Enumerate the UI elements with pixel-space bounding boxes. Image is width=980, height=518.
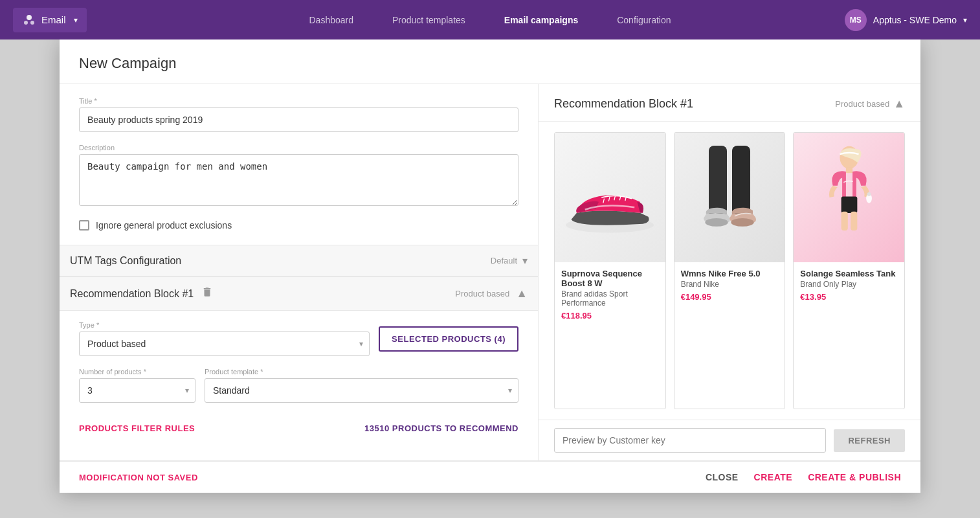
brand-dropdown-icon: ▾ [74, 16, 78, 25]
svg-rect-9 [709, 146, 727, 218]
svg-rect-16 [841, 212, 847, 231]
type-select-wrapper: Product based ▾ [79, 332, 370, 356]
svg-point-2 [30, 21, 34, 25]
products-grid: Suprnova Sequence Boost 8 W Brand adidas… [539, 122, 920, 420]
product-name-1: Suprnova Sequence Boost 8 W [561, 269, 659, 288]
ignore-exclusions-checkbox[interactable] [79, 220, 89, 231]
svg-rect-14 [846, 167, 852, 173]
description-form-group: Description Beauty campaign for men and … [79, 144, 518, 208]
svg-point-1 [24, 21, 28, 25]
modification-warning: MODIFICATION NOT SAVED [79, 473, 198, 482]
product-info-2: Wmns Nike Free 5.0 Brand Nike €149.95 [674, 262, 785, 310]
right-panel-meta-group: Product based ▲ [835, 97, 905, 111]
brand-label: Email [41, 14, 66, 25]
product-price-2: €149.95 [681, 292, 779, 302]
utm-section: UTM Tags Configuration Default ▾ [60, 245, 538, 276]
preview-customer-key-input[interactable] [554, 428, 826, 453]
modal-body: Title * Description Beauty campaign for … [60, 84, 920, 460]
product-brand-2: Brand Nike [681, 280, 779, 289]
right-panel-meta: Product based [835, 99, 889, 109]
product-image-1 [555, 133, 665, 262]
block-chevron-icon[interactable]: ▲ [516, 287, 528, 300]
selected-products-button[interactable]: SELECTED PRODUCTS (4) [379, 326, 518, 352]
utm-title: UTM Tags Configuration [70, 255, 181, 267]
product-card-2: Wmns Nike Free 5.0 Brand Nike €149.95 [674, 132, 786, 409]
num-products-label: Number of products * [79, 368, 195, 376]
description-textarea[interactable]: Beauty campaign for men and women [79, 154, 518, 206]
product-brand-1: Brand adidas Sport Performance [561, 289, 659, 308]
product-image-2 [674, 133, 785, 262]
product-info-3: Solange Seamless Tank Brand Only Play €1… [794, 262, 904, 310]
product-template-select[interactable]: Standard [205, 378, 518, 403]
product-brand-3: Brand Only Play [800, 280, 898, 289]
close-button[interactable]: CLOSE [706, 472, 739, 482]
block-right: Product based ▲ [455, 287, 528, 300]
brand-button[interactable]: Email ▾ [13, 8, 87, 32]
footer-actions: CLOSE CREATE CREATE & PUBLISH [706, 472, 901, 482]
nav-link-email-campaigns[interactable]: Email campaigns [504, 15, 578, 25]
type-field-group: Type * Product based ▾ [79, 321, 370, 356]
block-title: Recommendation Block #1 [70, 288, 194, 300]
product-card-3: Solange Seamless Tank Brand Only Play €1… [793, 132, 905, 409]
filter-rules-link[interactable]: PRODUCTS FILTER RULES [79, 423, 195, 433]
utm-chevron-icon[interactable]: ▾ [522, 254, 528, 267]
selected-products-group: SELECTED PRODUCTS (4) [379, 326, 518, 352]
checkbox-row: Ignore general product exclusions [79, 220, 518, 231]
svg-point-12 [731, 218, 753, 227]
description-label: Description [79, 144, 518, 152]
refresh-button[interactable]: REFRESH [834, 429, 905, 452]
modal-footer: MODIFICATION NOT SAVED CLOSE CREATE CREA… [60, 460, 920, 493]
svg-rect-17 [851, 212, 857, 231]
create-publish-button[interactable]: CREATE & PUBLISH [808, 472, 901, 482]
utm-right: Default ▾ [491, 254, 528, 267]
svg-point-11 [705, 218, 728, 227]
nav-link-product-templates[interactable]: Product templates [392, 15, 465, 25]
product-info-1: Suprnova Sequence Boost 8 W Brand adidas… [555, 262, 665, 328]
avatar: MS [845, 9, 867, 31]
type-row: Type * Product based ▾ SELECTED PRODUCTS… [79, 321, 518, 356]
nav-links: Dashboard Product templates Email campai… [309, 15, 671, 25]
left-panel: Title * Description Beauty campaign for … [60, 84, 539, 460]
right-panel-chevron-icon[interactable]: ▲ [893, 97, 905, 111]
nav-user[interactable]: MS Apptus - SWE Demo ▾ [845, 9, 967, 31]
num-products-field-group: Number of products * 3 5 10 ▾ [79, 368, 195, 403]
modal-header: New Campaign [60, 39, 920, 84]
type-select[interactable]: Product based [79, 332, 370, 356]
delete-block-icon[interactable] [201, 286, 213, 301]
title-form-group: Title * [79, 97, 518, 132]
products-count: 13510 PRODUCTS TO RECOMMEND [364, 423, 518, 433]
title-label: Title * [79, 97, 518, 105]
product-price-1: €118.95 [561, 311, 659, 321]
modal-title: New Campaign [79, 55, 901, 72]
svg-rect-10 [732, 146, 750, 218]
preview-footer: REFRESH [539, 420, 920, 460]
right-panel: Recommendation Block #1 Product based ▲ [539, 84, 920, 460]
product-name-2: Wmns Nike Free 5.0 [681, 269, 779, 278]
right-panel-header: Recommendation Block #1 Product based ▲ [539, 84, 920, 122]
checkbox-label: Ignore general product exclusions [96, 220, 232, 231]
svg-rect-15 [841, 197, 857, 213]
nav-link-dashboard[interactable]: Dashboard [309, 15, 353, 25]
background: New Campaign Title * Description Beauty … [0, 39, 980, 518]
block-title-group: Recommendation Block #1 [70, 286, 213, 301]
block-content: Type * Product based ▾ SELECTED PRODUCTS… [79, 311, 518, 447]
modal-dialog: New Campaign Title * Description Beauty … [60, 39, 920, 493]
product-template-label: Product template * [205, 368, 518, 376]
num-products-select-wrapper: 3 5 10 ▾ [79, 378, 195, 403]
user-dropdown-icon: ▾ [963, 16, 967, 25]
type-label: Type * [79, 321, 370, 329]
block-header: Recommendation Block #1 Product based ▲ [60, 276, 538, 311]
nav-link-configuration[interactable]: Configuration [617, 15, 671, 25]
num-products-select[interactable]: 3 5 10 [79, 378, 195, 403]
create-button[interactable]: CREATE [754, 472, 793, 482]
svg-point-0 [27, 15, 32, 20]
title-input[interactable] [79, 107, 518, 132]
product-name-3: Solange Seamless Tank [800, 269, 898, 278]
fields-row: Number of products * 3 5 10 ▾ [79, 368, 518, 403]
svg-point-19 [867, 192, 871, 196]
navbar: Email ▾ Dashboard Product templates Emai… [0, 0, 980, 39]
utm-default: Default [491, 256, 517, 265]
product-image-3 [794, 133, 904, 262]
product-card-1: Suprnova Sequence Boost 8 W Brand adidas… [554, 132, 666, 409]
user-label: Apptus - SWE Demo [873, 15, 957, 25]
